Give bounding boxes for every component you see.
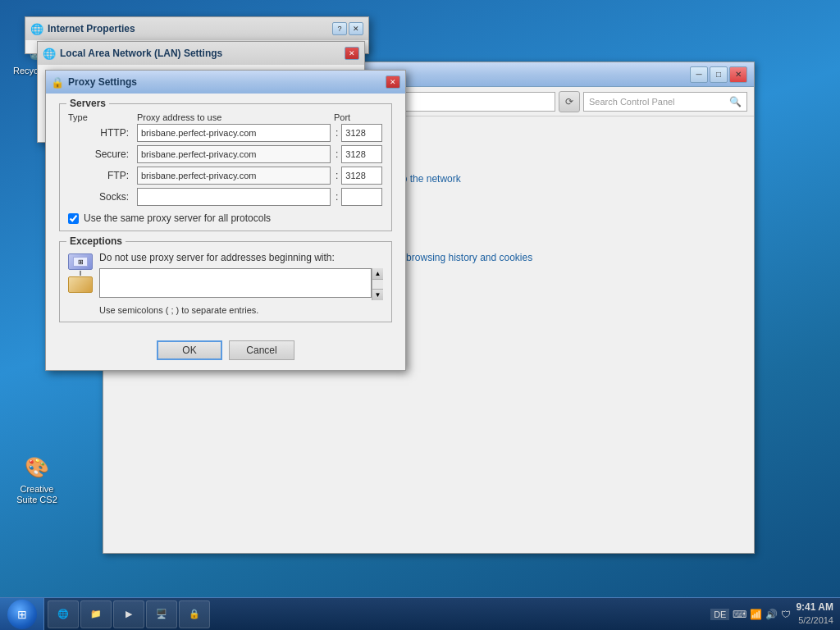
servers-group-title: Servers	[66, 98, 109, 109]
exceptions-network-icon: ⊞	[68, 253, 93, 293]
lan-close-button[interactable]: ✕	[345, 47, 359, 60]
clock-time: 9:41 AM	[796, 600, 833, 614]
proxy-dialog-content: Servers Type Proxy address to use Port H…	[46, 94, 405, 332]
same-proxy-checkbox[interactable]	[68, 213, 79, 224]
network-taskbar-icon: 🖥️	[153, 606, 170, 623]
folder-icon: 📁	[88, 606, 104, 623]
lan-title-icon: 🌐	[43, 48, 56, 60]
proxy-settings-dialog: 🔒 Proxy Settings ✕ Servers Type Proxy ad…	[45, 70, 406, 371]
cp-minimize-button[interactable]: ─	[690, 66, 708, 83]
cp-close-button[interactable]: ✕	[729, 66, 747, 83]
proxy-cancel-button[interactable]: Cancel	[229, 340, 294, 360]
cp-maximize-button[interactable]: □	[710, 66, 728, 83]
exceptions-group-title: Exceptions	[66, 235, 126, 247]
search-icon: 🔍	[729, 96, 742, 107]
internet-title-text: Internet Properties	[48, 23, 328, 34]
start-button[interactable]: ⊞	[0, 598, 44, 631]
exceptions-scrollbar: ▲ ▼	[372, 268, 383, 300]
proxy-socks-port[interactable]	[341, 188, 382, 206]
proxy-dialog-controls: ✕	[386, 75, 400, 89]
internet-help-button[interactable]: ?	[332, 22, 347, 35]
proxy-type-socks: Socks:	[68, 191, 134, 203]
proxy-socks-input-wrap	[137, 188, 331, 206]
proxy-ftp-input-wrap	[137, 167, 331, 185]
proxy-row-ftp: FTP: :	[68, 167, 383, 185]
same-proxy-label: Use the same proxy server for all protoc…	[84, 212, 271, 224]
scroll-up-arrow[interactable]: ▲	[372, 268, 383, 280]
taskbar-time-area: 9:41 AM 5/2/2014	[796, 600, 833, 627]
proxy-title-icon: 🔒	[51, 76, 64, 89]
taskbar-item-vpn[interactable]: 🔒	[179, 600, 210, 628]
taskbar-item-media[interactable]: ▶	[113, 600, 144, 628]
keyboard-icon: ⌨	[733, 609, 746, 620]
proxy-type-http: HTTP:	[68, 127, 134, 139]
security-icon: 🛡	[781, 609, 791, 620]
start-orb-icon: ⊞	[7, 600, 37, 629]
search-placeholder: Search Control Panel	[589, 97, 675, 107]
network-icon-bottom	[68, 276, 93, 293]
volume-icon: 🔊	[765, 609, 778, 620]
search-box[interactable]: Search Control Panel 🔍	[583, 92, 747, 112]
proxy-ok-button[interactable]: OK	[157, 340, 222, 360]
taskbar-item-folder[interactable]: 📁	[80, 600, 112, 628]
lan-titlebar[interactable]: 🌐 Local Area Network (LAN) Settings ✕	[38, 42, 364, 65]
vpn-icon: 🔒	[186, 606, 203, 623]
servers-group: Servers Type Proxy address to use Port H…	[59, 103, 392, 231]
exceptions-note: Use semicolons ( ; ) to separate entries…	[99, 305, 383, 315]
proxy-row-http: HTTP: :	[68, 124, 383, 142]
proxy-secure-input-wrap	[137, 145, 331, 163]
proxy-type-secure: Secure:	[68, 148, 134, 160]
desktop: 🗑️ Recycle Bin 🎨 Creative Suite CS2 🖥️ C…	[0, 0, 840, 630]
proxy-row-secure: Secure: :	[68, 145, 383, 163]
header-type: Type	[68, 112, 134, 122]
proxy-http-address[interactable]	[137, 124, 331, 142]
exceptions-desc-text: Do not use proxy server for addresses be…	[99, 252, 383, 263]
proxy-title-text: Proxy Settings	[68, 76, 381, 88]
network-tray-icon: 📶	[750, 609, 762, 620]
lan-title-text: Local Area Network (LAN) Settings	[60, 48, 340, 59]
proxy-dialog-buttons: OK Cancel	[46, 332, 405, 370]
proxy-http-port[interactable]	[341, 124, 382, 142]
taskbar-items: 🌐 📁 ▶ 🖥️ 🔒	[44, 598, 213, 630]
ie-icon: 🌐	[55, 606, 71, 623]
refresh-button[interactable]: ⟳	[559, 91, 580, 112]
header-port: Port	[334, 112, 383, 122]
cp-window-controls: ─ □ ✕	[690, 66, 747, 83]
proxy-secure-port[interactable]	[341, 145, 382, 163]
internet-title-icon: 🌐	[30, 23, 43, 35]
creative-suite-icon: 🎨	[24, 454, 50, 481]
proxy-type-ftp: FTP:	[68, 170, 134, 181]
scroll-down-arrow[interactable]: ▼	[372, 289, 383, 300]
exceptions-textarea[interactable]	[99, 268, 372, 298]
proxy-socks-address[interactable]	[137, 188, 331, 206]
proxy-row-socks: Socks: :	[68, 188, 383, 206]
same-proxy-row: Use the same proxy server for all protoc…	[68, 212, 383, 224]
exceptions-main: Do not use proxy server for addresses be…	[99, 252, 383, 315]
header-address: Proxy address to use	[137, 112, 331, 122]
network-icon-top: ⊞	[68, 253, 93, 270]
taskbar-right: DE ⌨ 📶 🔊 🛡 9:41 AM 5/2/2014	[704, 598, 840, 630]
internet-dialog-controls: ? ✕	[332, 22, 363, 35]
taskbar-item-network[interactable]: 🖥️	[146, 600, 177, 628]
taskbar-item-ie[interactable]: 🌐	[48, 600, 79, 628]
exceptions-group: Exceptions ⊞ Do not use proxy server fo	[59, 241, 392, 322]
lang-indicator: DE	[710, 609, 729, 620]
proxy-titlebar[interactable]: 🔒 Proxy Settings ✕	[46, 71, 405, 94]
clock-date: 5/2/2014	[796, 614, 833, 627]
exceptions-textarea-wrapper: ▲ ▼	[99, 268, 383, 300]
lan-dialog-controls: ✕	[345, 47, 359, 60]
creative-suite-label: Creative Suite CS2	[11, 484, 62, 505]
proxy-ftp-address[interactable]	[137, 167, 331, 185]
proxy-close-button[interactable]: ✕	[386, 75, 400, 89]
taskbar-system-icons: DE ⌨ 📶 🔊 🛡	[710, 609, 791, 620]
proxy-http-input-wrap	[137, 124, 331, 142]
desktop-icon-creative-suite[interactable]: 🎨 Creative Suite CS2	[8, 451, 66, 509]
exceptions-content: ⊞ Do not use proxy server for addresses …	[68, 252, 383, 315]
media-icon: ▶	[121, 606, 137, 623]
proxy-secure-address[interactable]	[137, 145, 331, 163]
taskbar: ⊞ 🌐 📁 ▶ 🖥️ 🔒 DE ⌨ 📶	[0, 597, 840, 630]
proxy-table-header: Type Proxy address to use Port	[68, 111, 383, 124]
internet-close-button[interactable]: ✕	[349, 22, 363, 35]
internet-properties-titlebar[interactable]: 🌐 Internet Properties ? ✕	[25, 17, 368, 40]
proxy-ftp-port[interactable]	[341, 167, 382, 185]
